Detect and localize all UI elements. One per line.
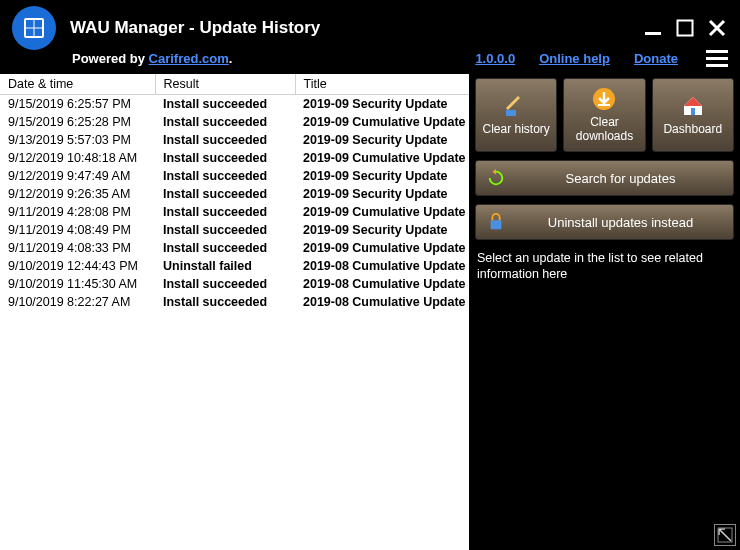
resize-icon xyxy=(717,527,733,543)
cell-title: 2019-09 Security Update xyxy=(295,185,469,203)
cell-title: 2019-08 Cumulative Update xyxy=(295,293,469,311)
home-icon xyxy=(681,94,705,118)
table-row[interactable]: 9/10/2019 12:44:43 PMUninstall failed201… xyxy=(0,257,469,275)
window-title: WAU Manager - Update History xyxy=(70,18,642,38)
table-row[interactable]: 9/15/2019 6:25:57 PMInstall succeeded201… xyxy=(0,95,469,114)
history-table: Date & time Result Title 9/15/2019 6:25:… xyxy=(0,74,469,311)
cell-datetime: 9/10/2019 11:45:30 AM xyxy=(0,275,155,293)
cell-title: 2019-08 Cumulative Update xyxy=(295,275,469,293)
maximize-button[interactable] xyxy=(674,17,696,39)
svg-rect-7 xyxy=(506,110,516,116)
cell-title: 2019-09 Cumulative Update xyxy=(295,203,469,221)
cell-datetime: 9/13/2019 5:57:03 PM xyxy=(0,131,155,149)
download-icon xyxy=(592,87,616,111)
side-panel: Clear history Clear downloads Dashboard … xyxy=(469,74,740,550)
online-help-link[interactable]: Online help xyxy=(539,51,610,66)
svg-rect-4 xyxy=(35,29,43,37)
hint-text: Select an update in the list to see rela… xyxy=(475,248,734,285)
cell-datetime: 9/12/2019 9:26:35 AM xyxy=(0,185,155,203)
table-row[interactable]: 9/11/2019 4:28:08 PMInstall succeeded201… xyxy=(0,203,469,221)
cell-title: 2019-09 Security Update xyxy=(295,131,469,149)
cell-datetime: 9/11/2019 4:08:33 PM xyxy=(0,239,155,257)
svg-rect-2 xyxy=(35,20,43,28)
cell-datetime: 9/10/2019 8:22:27 AM xyxy=(0,293,155,311)
cell-datetime: 9/12/2019 10:48:18 AM xyxy=(0,149,155,167)
close-icon xyxy=(707,18,727,38)
menu-button[interactable] xyxy=(706,50,728,67)
cell-result: Install succeeded xyxy=(155,167,295,185)
maximize-icon xyxy=(676,19,694,37)
history-table-container[interactable]: Date & time Result Title 9/15/2019 6:25:… xyxy=(0,74,469,550)
table-row[interactable]: 9/12/2019 10:48:18 AMInstall succeeded20… xyxy=(0,149,469,167)
cell-title: 2019-09 Security Update xyxy=(295,167,469,185)
minimize-icon xyxy=(644,19,662,37)
dashboard-button[interactable]: Dashboard xyxy=(652,78,734,152)
table-row[interactable]: 9/12/2019 9:26:35 AMInstall succeeded201… xyxy=(0,185,469,203)
cell-result: Install succeeded xyxy=(155,275,295,293)
svg-rect-11 xyxy=(491,220,502,229)
donate-link[interactable]: Donate xyxy=(634,51,678,66)
cell-title: 2019-09 Security Update xyxy=(295,221,469,239)
table-row[interactable]: 9/12/2019 9:47:49 AMInstall succeeded201… xyxy=(0,167,469,185)
cell-datetime: 9/11/2019 4:28:08 PM xyxy=(0,203,155,221)
table-row[interactable]: 9/10/2019 8:22:27 AMInstall succeeded201… xyxy=(0,293,469,311)
cell-title: 2019-09 Cumulative Update xyxy=(295,239,469,257)
svg-rect-1 xyxy=(26,20,34,28)
uninstall-updates-button[interactable]: Uninstall updates instead xyxy=(475,204,734,240)
lock-icon xyxy=(486,212,506,232)
cell-result: Install succeeded xyxy=(155,293,295,311)
svg-rect-3 xyxy=(26,29,34,37)
cell-result: Install succeeded xyxy=(155,131,295,149)
cell-result: Install succeeded xyxy=(155,113,295,131)
table-row[interactable]: 9/13/2019 5:57:03 PMInstall succeeded201… xyxy=(0,131,469,149)
svg-rect-5 xyxy=(645,32,661,35)
sub-header: Powered by Carifred.com. 1.0.0.0 Online … xyxy=(0,50,740,74)
broom-icon xyxy=(504,94,528,118)
search-updates-button[interactable]: Search for updates xyxy=(475,160,734,196)
minimize-button[interactable] xyxy=(642,17,664,39)
title-bar: WAU Manager - Update History xyxy=(0,0,740,50)
version-link[interactable]: 1.0.0.0 xyxy=(475,51,515,66)
cell-datetime: 9/15/2019 6:25:28 PM xyxy=(0,113,155,131)
cell-datetime: 9/15/2019 6:25:57 PM xyxy=(0,95,155,114)
cell-datetime: 9/12/2019 9:47:49 AM xyxy=(0,167,155,185)
table-header-row: Date & time Result Title xyxy=(0,74,469,95)
refresh-icon xyxy=(486,168,506,188)
cell-result: Install succeeded xyxy=(155,239,295,257)
cell-result: Install succeeded xyxy=(155,203,295,221)
table-row[interactable]: 9/11/2019 4:08:49 PMInstall succeeded201… xyxy=(0,221,469,239)
col-datetime[interactable]: Date & time xyxy=(0,74,155,95)
table-row[interactable]: 9/10/2019 11:45:30 AMInstall succeeded20… xyxy=(0,275,469,293)
cell-result: Install succeeded xyxy=(155,149,295,167)
svg-rect-6 xyxy=(678,21,693,36)
cell-datetime: 9/11/2019 4:08:49 PM xyxy=(0,221,155,239)
windows-flag-icon xyxy=(22,16,46,40)
cell-result: Uninstall failed xyxy=(155,257,295,275)
powered-by-label: Powered by Carifred.com. xyxy=(72,51,232,66)
resize-grip[interactable] xyxy=(714,524,736,546)
cell-result: Install succeeded xyxy=(155,185,295,203)
clear-history-button[interactable]: Clear history xyxy=(475,78,557,152)
cell-title: 2019-09 Cumulative Update xyxy=(295,113,469,131)
app-icon xyxy=(12,6,56,50)
clear-downloads-button[interactable]: Clear downloads xyxy=(563,78,645,152)
table-row[interactable]: 9/11/2019 4:08:33 PMInstall succeeded201… xyxy=(0,239,469,257)
cell-result: Install succeeded xyxy=(155,95,295,114)
content-area: Date & time Result Title 9/15/2019 6:25:… xyxy=(0,74,740,550)
cell-title: 2019-09 Security Update xyxy=(295,95,469,114)
col-title[interactable]: Title xyxy=(295,74,469,95)
hamburger-icon xyxy=(706,50,728,53)
cell-title: 2019-08 Cumulative Update xyxy=(295,257,469,275)
cell-datetime: 9/10/2019 12:44:43 PM xyxy=(0,257,155,275)
table-row[interactable]: 9/15/2019 6:25:28 PMInstall succeeded201… xyxy=(0,113,469,131)
cell-title: 2019-09 Cumulative Update xyxy=(295,149,469,167)
svg-rect-10 xyxy=(691,108,695,115)
close-button[interactable] xyxy=(706,17,728,39)
cell-result: Install succeeded xyxy=(155,221,295,239)
col-result[interactable]: Result xyxy=(155,74,295,95)
svg-rect-9 xyxy=(598,104,610,106)
carifred-link[interactable]: Carifred.com xyxy=(149,51,229,66)
